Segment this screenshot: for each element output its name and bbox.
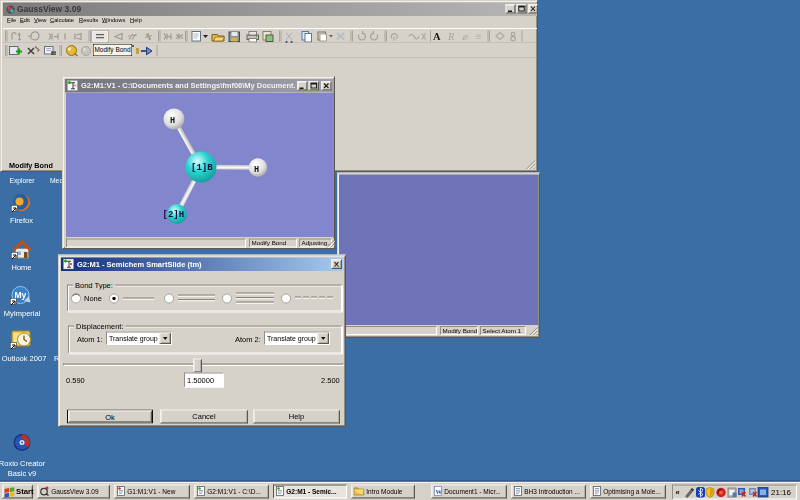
svg-text:R: R — [447, 31, 455, 42]
svg-text:[1]B: [1]B — [191, 163, 213, 173]
svg-text:≡: ≡ — [475, 31, 482, 42]
svg-text:None: None — [84, 294, 102, 303]
svg-text:𝑒: 𝑒 — [462, 32, 469, 42]
svg-text:W: W — [436, 488, 443, 495]
svg-text:[2]H: [2]H — [163, 210, 185, 220]
svg-text:H: H — [170, 116, 175, 126]
svg-text:A: A — [433, 31, 441, 42]
svg-text:H: H — [254, 165, 259, 175]
